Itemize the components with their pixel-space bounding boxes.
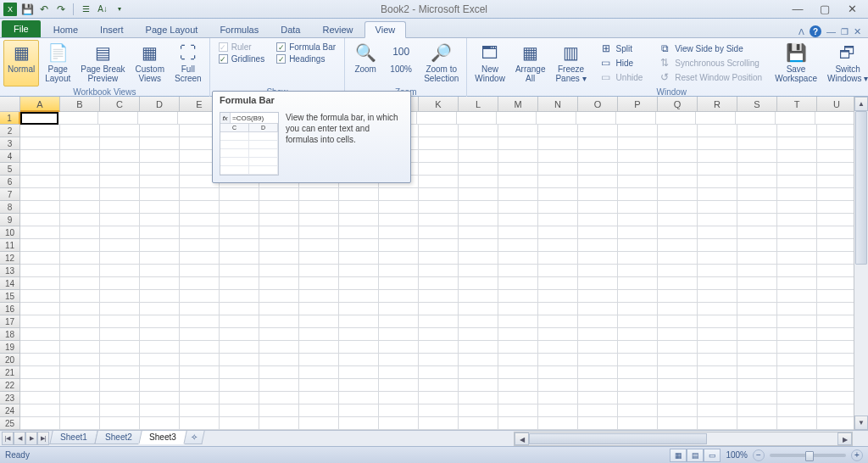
cell-S2[interactable]	[737, 125, 777, 137]
cell-M19[interactable]	[498, 341, 538, 354]
cell-B5[interactable]	[60, 163, 100, 176]
cell-I8[interactable]	[339, 201, 379, 214]
cell-O19[interactable]	[578, 341, 618, 354]
cell-D18[interactable]	[140, 328, 180, 341]
qat-dropdown-icon[interactable]: ▾	[113, 3, 126, 16]
cell-O9[interactable]	[578, 214, 618, 226]
freeze-panes-button[interactable]: ▥Freeze Panes ▾	[551, 40, 590, 86]
column-header-N[interactable]: N	[538, 97, 578, 112]
cell-D15[interactable]	[140, 290, 180, 303]
page-layout-mode-button[interactable]: ▤	[687, 449, 704, 462]
cell-Q13[interactable]	[658, 265, 698, 277]
cell-O25[interactable]	[578, 417, 618, 430]
cell-U7[interactable]	[817, 188, 857, 201]
zoom-slider[interactable]	[770, 454, 846, 457]
cell-C14[interactable]	[100, 277, 140, 290]
cell-M25[interactable]	[498, 417, 538, 430]
cell-T21[interactable]	[777, 366, 817, 379]
cell-D8[interactable]	[140, 201, 180, 214]
cell-P5[interactable]	[618, 163, 658, 176]
cell-M15[interactable]	[498, 290, 538, 303]
cell-L18[interactable]	[459, 328, 498, 341]
cell-K24[interactable]	[419, 404, 459, 417]
cell-K3[interactable]	[419, 137, 459, 150]
cell-R20[interactable]	[698, 354, 737, 366]
cell-S17[interactable]	[737, 315, 777, 328]
cell-G8[interactable]	[259, 201, 299, 214]
cell-T17[interactable]	[777, 315, 817, 328]
cell-R22[interactable]	[698, 379, 737, 392]
cell-A3[interactable]	[20, 137, 60, 150]
cell-E15[interactable]	[180, 290, 220, 303]
cell-U3[interactable]	[817, 137, 857, 150]
cell-H7[interactable]	[299, 188, 339, 201]
cell-O2[interactable]	[578, 125, 618, 137]
cell-E17[interactable]	[180, 315, 220, 328]
cell-H21[interactable]	[299, 366, 339, 379]
cell-S19[interactable]	[737, 341, 777, 354]
cell-L3[interactable]	[459, 137, 498, 150]
scroll-down-button[interactable]: ▼	[854, 416, 868, 430]
cell-R6[interactable]	[698, 176, 737, 188]
cell-K8[interactable]	[419, 201, 459, 214]
cell-U13[interactable]	[817, 265, 857, 277]
cell-U10[interactable]	[817, 226, 857, 239]
cell-O16[interactable]	[578, 303, 618, 315]
row-header-21[interactable]: 21	[0, 366, 20, 379]
cell-G12[interactable]	[259, 252, 299, 265]
cell-T24[interactable]	[777, 404, 817, 417]
cell-D23[interactable]	[140, 392, 180, 404]
cell-F22[interactable]	[220, 379, 259, 392]
cell-R12[interactable]	[698, 252, 737, 265]
cell-A16[interactable]	[20, 303, 60, 315]
cell-P7[interactable]	[618, 188, 658, 201]
cell-K17[interactable]	[419, 315, 459, 328]
hscroll-track[interactable]	[529, 432, 837, 445]
cell-I15[interactable]	[339, 290, 379, 303]
full-screen-button[interactable]: ⛶ Full Screen	[170, 40, 206, 86]
cell-D16[interactable]	[140, 303, 180, 315]
cell-I13[interactable]	[339, 265, 379, 277]
save-icon[interactable]: 💾	[20, 3, 34, 16]
cell-A22[interactable]	[20, 379, 60, 392]
cell-I10[interactable]	[339, 226, 379, 239]
cell-B4[interactable]	[60, 150, 100, 163]
cell-A20[interactable]	[20, 354, 60, 366]
cell-J19[interactable]	[379, 341, 419, 354]
cell-T4[interactable]	[777, 150, 817, 163]
cell-Q7[interactable]	[658, 188, 698, 201]
cell-C24[interactable]	[100, 404, 140, 417]
cell-M8[interactable]	[498, 201, 538, 214]
cell-G7[interactable]	[259, 188, 299, 201]
column-header-O[interactable]: O	[578, 97, 618, 112]
workbook-minimize-icon[interactable]: —	[826, 26, 836, 36]
cell-P23[interactable]	[618, 392, 658, 404]
last-sheet-button[interactable]: ▶|	[37, 432, 49, 445]
cell-N18[interactable]	[538, 328, 578, 341]
cell-P1[interactable]	[616, 112, 656, 125]
row-header-17[interactable]: 17	[0, 315, 20, 328]
row-header-6[interactable]: 6	[0, 176, 20, 188]
cell-T14[interactable]	[777, 277, 817, 290]
zoom-100-button[interactable]: 100100%	[384, 40, 418, 86]
cell-L22[interactable]	[459, 379, 498, 392]
cell-C10[interactable]	[100, 226, 140, 239]
cell-E14[interactable]	[180, 277, 220, 290]
cell-L20[interactable]	[459, 354, 498, 366]
page-break-mode-button[interactable]: ▭	[704, 449, 721, 462]
cell-N20[interactable]	[538, 354, 578, 366]
row-header-10[interactable]: 10	[0, 226, 20, 239]
cell-S3[interactable]	[737, 137, 777, 150]
cell-B23[interactable]	[60, 392, 100, 404]
cell-N14[interactable]	[538, 277, 578, 290]
horizontal-scrollbar[interactable]: ◀ ▶	[514, 432, 853, 446]
page-layout-button[interactable]: 📄 Page Layout	[41, 40, 75, 86]
cell-L1[interactable]	[457, 112, 497, 125]
cell-U19[interactable]	[817, 341, 857, 354]
cell-K5[interactable]	[419, 163, 459, 176]
cell-A9[interactable]	[20, 214, 60, 226]
cell-S6[interactable]	[737, 176, 777, 188]
cell-H24[interactable]	[299, 404, 339, 417]
cell-A17[interactable]	[20, 315, 60, 328]
cell-N19[interactable]	[538, 341, 578, 354]
